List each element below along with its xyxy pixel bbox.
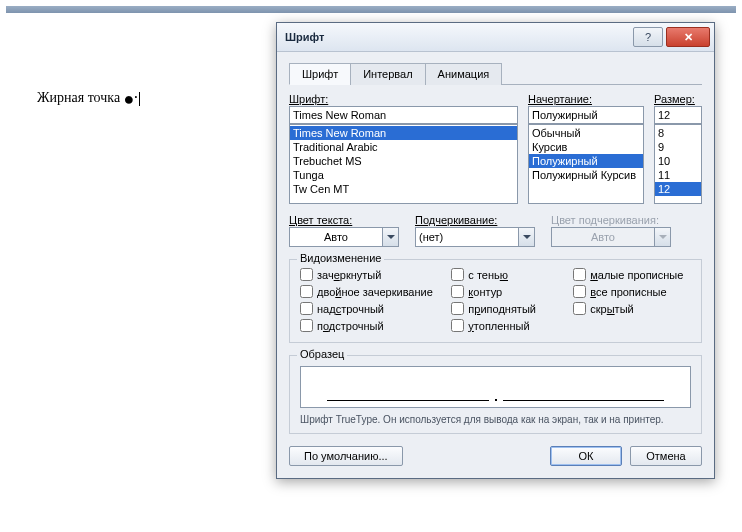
cb-superscript[interactable]: надстрочный <box>300 302 437 315</box>
style-label: Начертание: <box>528 93 644 105</box>
preview-box <box>300 366 691 408</box>
preview-group: Образец Шрифт TrueType. Он используется … <box>289 355 702 434</box>
cb-engrave[interactable]: утопленный <box>451 319 559 332</box>
size-input[interactable] <box>654 106 702 124</box>
list-item[interactable]: Trebuchet MS <box>290 154 517 168</box>
cb-double-strike[interactable]: двойное зачеркивание <box>300 285 437 298</box>
app-titlebar-stub <box>6 6 736 13</box>
cb-shadow[interactable]: с тенью <box>451 268 559 281</box>
list-item[interactable]: Полужирный <box>529 154 643 168</box>
dropdown-button[interactable] <box>519 227 535 247</box>
list-item[interactable]: 8 <box>655 126 701 140</box>
list-item[interactable]: Обычный <box>529 126 643 140</box>
cb-subscript[interactable]: подстрочный <box>300 319 437 332</box>
cb-allcaps[interactable]: все прописные <box>573 285 691 298</box>
tab-font[interactable]: Шрифт <box>289 63 351 85</box>
help-button[interactable]: ? <box>633 27 663 47</box>
cancel-button[interactable]: Отмена <box>630 446 702 466</box>
underline-select[interactable]: (нет) <box>415 227 519 247</box>
list-item[interactable]: Tunga <box>290 168 517 182</box>
list-item[interactable]: Traditional Arabic <box>290 140 517 154</box>
underlinecolor-label: Цвет подчеркивания: <box>551 214 671 226</box>
document-text: Жирная точка ●• <box>37 90 140 106</box>
dropdown-button <box>655 227 671 247</box>
cb-hidden[interactable]: скрытый <box>573 302 691 315</box>
list-item[interactable]: 11 <box>655 168 701 182</box>
font-dialog: Шрифт ? ✕ Шрифт Интервал Анимация Шрифт:… <box>276 22 715 479</box>
effects-title: Видоизменение <box>297 252 384 264</box>
cb-strikethrough[interactable]: зачеркнутый <box>300 268 437 281</box>
close-button[interactable]: ✕ <box>666 27 710 47</box>
cb-outline[interactable]: контур <box>451 285 559 298</box>
tab-animation[interactable]: Анимация <box>425 63 503 85</box>
size-label: Размер: <box>654 93 702 105</box>
underline-label: Подчеркивание: <box>415 214 535 226</box>
list-item[interactable]: Полужирный Курсив <box>529 168 643 182</box>
font-label: Шрифт: <box>289 93 518 105</box>
effects-group: Видоизменение зачеркнутый двойное зачерк… <box>289 259 702 343</box>
size-listbox[interactable]: 8 9 10 11 12 <box>654 124 702 204</box>
font-input[interactable] <box>289 106 518 124</box>
dropdown-button[interactable] <box>383 227 399 247</box>
textcolor-label: Цвет текста: <box>289 214 399 226</box>
preview-title: Образец <box>297 348 347 360</box>
list-item[interactable]: Курсив <box>529 140 643 154</box>
dialog-title: Шрифт <box>285 31 324 43</box>
underlinecolor-select: Авто <box>551 227 655 247</box>
cb-emboss[interactable]: приподнятый <box>451 302 559 315</box>
ok-button[interactable]: ОК <box>550 446 622 466</box>
dialog-titlebar[interactable]: Шрифт ? ✕ <box>277 23 714 52</box>
cb-smallcaps[interactable]: малые прописные <box>573 268 691 281</box>
default-button[interactable]: По умолчанию... <box>289 446 403 466</box>
style-listbox[interactable]: Обычный Курсив Полужирный Полужирный Кур… <box>528 124 644 204</box>
list-item[interactable]: 10 <box>655 154 701 168</box>
list-item[interactable]: Tw Cen MT <box>290 182 517 196</box>
font-listbox[interactable]: Times New Roman Traditional Arabic Trebu… <box>289 124 518 204</box>
style-input[interactable] <box>528 106 644 124</box>
list-item[interactable]: Times New Roman <box>290 126 517 140</box>
list-item[interactable]: 12 <box>655 182 701 196</box>
tab-spacing[interactable]: Интервал <box>350 63 425 85</box>
list-item[interactable]: 9 <box>655 140 701 154</box>
textcolor-select[interactable]: Авто <box>289 227 383 247</box>
hint-text: Шрифт TrueType. Он используется для выво… <box>300 414 691 425</box>
tab-bar: Шрифт Интервал Анимация <box>289 62 702 85</box>
